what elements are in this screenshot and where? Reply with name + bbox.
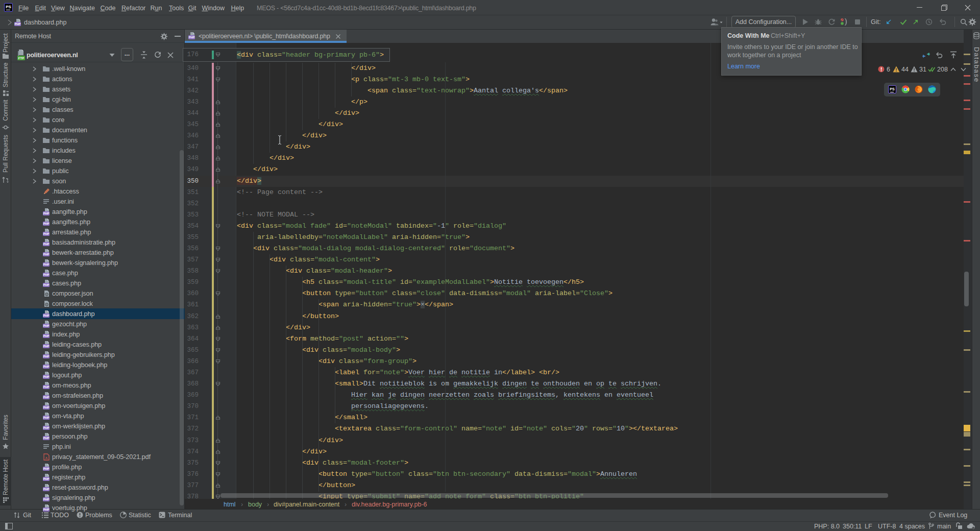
svg-text:PHP: PHP	[43, 508, 50, 511]
svg-text:PHP: PHP	[43, 426, 50, 429]
svg-text:PHP: PHP	[15, 22, 21, 26]
svg-text:PHP: PHP	[43, 283, 50, 286]
svg-text:PHP: PHP	[43, 488, 50, 491]
svg-text:PHP: PHP	[43, 345, 50, 348]
svg-text:PHP: PHP	[43, 406, 50, 409]
svg-text:PHP: PHP	[43, 243, 50, 246]
svg-text:FTP: FTP	[18, 57, 24, 60]
svg-text:PHP: PHP	[43, 232, 50, 235]
svg-text:PHP: PHP	[43, 467, 50, 470]
svg-text:PHP: PHP	[43, 273, 50, 276]
svg-text:PHP: PHP	[43, 263, 50, 266]
svg-text:PHP: PHP	[43, 416, 50, 419]
svg-text:PHP: PHP	[43, 222, 50, 225]
svg-text:PHP: PHP	[43, 212, 50, 215]
svg-text:A: A	[45, 456, 48, 460]
svg-text:PHP: PHP	[43, 334, 50, 337]
svg-text:PHP: PHP	[43, 324, 50, 327]
svg-text:PHP: PHP	[43, 355, 50, 358]
svg-text:PHP: PHP	[43, 498, 50, 501]
svg-text:PHP: PHP	[43, 375, 50, 378]
svg-text:PHP: PHP	[43, 365, 50, 368]
svg-text:PHP: PHP	[43, 477, 50, 480]
svg-text:PHP: PHP	[43, 437, 50, 440]
svg-text:PHP: PHP	[43, 314, 50, 317]
svg-text:PHP: PHP	[43, 385, 50, 389]
svg-text:PHP: PHP	[43, 396, 50, 399]
svg-text:PHP: PHP	[189, 36, 195, 39]
svg-text:PHP: PHP	[43, 253, 50, 256]
